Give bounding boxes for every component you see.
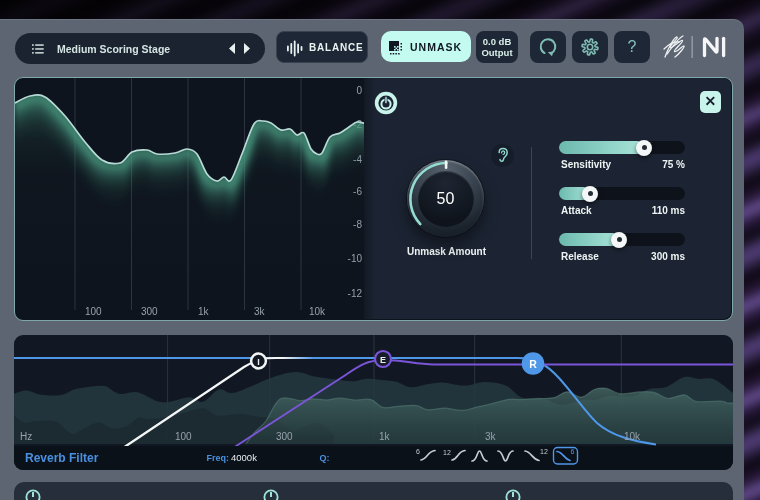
svg-text:10k: 10k bbox=[624, 431, 641, 442]
svg-text:Reverb Filter: Reverb Filter bbox=[25, 451, 99, 465]
svg-text:4000k: 4000k bbox=[231, 452, 257, 463]
svg-text:12: 12 bbox=[443, 449, 451, 456]
svg-text:100: 100 bbox=[175, 431, 192, 442]
svg-text:1k: 1k bbox=[198, 306, 210, 317]
svg-text:I: I bbox=[257, 357, 260, 367]
svg-text:R: R bbox=[529, 358, 537, 370]
svg-text:300: 300 bbox=[276, 431, 293, 442]
svg-text:6: 6 bbox=[416, 448, 420, 455]
svg-text:6: 6 bbox=[571, 448, 575, 455]
svg-text:Freq:: Freq: bbox=[207, 453, 230, 463]
svg-text:0: 0 bbox=[356, 85, 362, 96]
svg-text:12: 12 bbox=[540, 448, 548, 455]
svg-text:Hz: Hz bbox=[20, 431, 32, 442]
svg-text:100: 100 bbox=[85, 306, 102, 317]
svg-text:10k: 10k bbox=[309, 306, 326, 317]
svg-text:300: 300 bbox=[141, 306, 158, 317]
svg-text:E: E bbox=[380, 355, 386, 365]
svg-text:Q:: Q: bbox=[320, 453, 330, 463]
svg-text:3k: 3k bbox=[254, 306, 266, 317]
svg-text:1k: 1k bbox=[379, 431, 391, 442]
svg-text:3k: 3k bbox=[485, 431, 497, 442]
